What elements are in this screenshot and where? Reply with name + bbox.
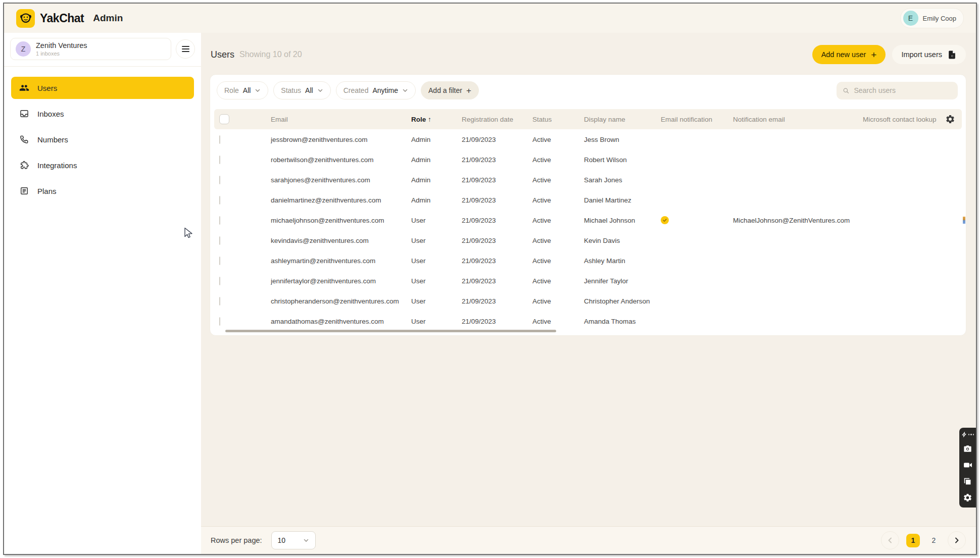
sidebar-item-inboxes[interactable]: Inboxes	[11, 103, 194, 125]
settings-gear-icon[interactable]	[963, 493, 972, 502]
inbox-icon	[19, 109, 29, 119]
row-checkbox[interactable]	[219, 257, 220, 265]
cell-status: Active	[532, 318, 584, 325]
puzzle-icon	[19, 160, 29, 170]
cell-display-name: Christopher Anderson	[584, 297, 661, 305]
column-header-display-name[interactable]: Display name	[584, 116, 661, 123]
page-title: Users	[211, 49, 234, 60]
table-row[interactable]: sarahjones@zenithventures.com Admin 21/0…	[210, 170, 966, 190]
column-header-email[interactable]: Email	[271, 116, 411, 123]
row-checkbox[interactable]	[219, 176, 220, 184]
row-checkbox[interactable]	[219, 297, 220, 306]
row-checkbox[interactable]	[219, 216, 220, 225]
filter-status[interactable]: Status All	[273, 81, 330, 99]
column-settings-gear-icon[interactable]	[945, 114, 955, 124]
table-row[interactable]: jennifertaylor@zenithventures.com User 2…	[210, 271, 966, 291]
cell-registration-date: 21/09/2023	[462, 237, 532, 244]
sidebar-item-label: Plans	[37, 187, 57, 195]
cell-role: Admin	[411, 156, 462, 164]
column-header-microsoft-contact-lookup[interactable]: Microsoft contact lookup	[863, 116, 945, 123]
row-checkbox[interactable]	[219, 236, 220, 245]
sidebar-item-label: Numbers	[37, 135, 68, 144]
next-page-button[interactable]	[948, 531, 966, 549]
filter-value: All	[243, 86, 251, 94]
sidebar-item-label: Integrations	[37, 161, 77, 170]
sidebar-item-plans[interactable]: Plans	[11, 180, 194, 202]
sidebar-item-integrations[interactable]: Integrations	[11, 154, 194, 176]
search-box	[837, 82, 958, 99]
record-video-icon[interactable]	[963, 460, 973, 470]
cell-registration-date: 21/09/2023	[462, 136, 532, 143]
phone-icon	[19, 134, 29, 144]
user-menu[interactable]: E Emily Coop	[900, 8, 964, 28]
column-header-status[interactable]: Status	[532, 116, 584, 123]
add-new-user-button[interactable]: Add new user +	[812, 45, 886, 64]
row-checkbox[interactable]	[219, 196, 220, 205]
pagination-bar: Rows per page: 10 1 2	[201, 526, 976, 554]
chevron-right-icon	[953, 537, 960, 544]
add-filter-button[interactable]: Add a filter +	[421, 81, 479, 99]
filter-label: Role	[224, 86, 239, 94]
search-input[interactable]	[854, 86, 952, 94]
chevron-down-icon	[255, 87, 261, 93]
cell-display-name: Sarah Jones	[584, 176, 661, 184]
cell-display-name: Jess Brown	[584, 136, 661, 143]
sidebar-item-numbers[interactable]: Numbers	[11, 128, 194, 150]
screenshot-camera-icon[interactable]	[963, 444, 972, 453]
row-checkbox[interactable]	[219, 277, 220, 285]
column-header-email-notification[interactable]: Email notification	[661, 116, 733, 123]
menu-toggle-button[interactable]	[176, 39, 195, 59]
sort-asc-icon: ↑	[428, 116, 431, 123]
table-row[interactable]: jessbrown@zenithventures.com Admin 21/09…	[210, 129, 966, 149]
copy-pages-icon[interactable]	[963, 477, 972, 486]
row-checkbox[interactable]	[219, 135, 220, 144]
cell-status: Active	[532, 257, 584, 265]
column-header-role[interactable]: Role ↑	[411, 116, 462, 123]
cell-email: jennifertaylor@zenithventures.com	[271, 277, 411, 285]
table-row[interactable]: amandathomas@zenithventures.com User 21/…	[210, 311, 966, 331]
table-row[interactable]: michaeljohnson@zenithventures.com User 2…	[210, 210, 966, 230]
sidebar-item-label: Inboxes	[37, 110, 64, 118]
page-1-button[interactable]: 1	[906, 534, 920, 547]
cell-role: User	[411, 297, 462, 305]
cell-registration-date: 21/09/2023	[462, 277, 532, 285]
rows-per-page-select[interactable]: 10	[271, 531, 316, 549]
previous-page-button[interactable]	[881, 531, 899, 549]
content-spacer	[201, 336, 976, 526]
search-icon	[843, 87, 849, 94]
horizontal-scrollbar[interactable]	[225, 330, 556, 332]
cell-registration-date: 21/09/2023	[462, 217, 532, 224]
table-row[interactable]: christopheranderson@zenithventures.com U…	[210, 291, 966, 311]
table-row[interactable]: kevindavis@zenithventures.com User 21/09…	[210, 230, 966, 250]
filter-value: All	[305, 86, 313, 94]
cell-email: danielmartinez@zenithventures.com	[271, 196, 411, 204]
select-all-checkbox[interactable]	[219, 114, 229, 124]
app-window: YakChat Admin E Emily Coop Z Zenith Vent…	[3, 3, 977, 555]
user-avatar: E	[903, 11, 918, 26]
cell-registration-date: 21/09/2023	[462, 176, 532, 184]
row-checkbox[interactable]	[219, 317, 220, 326]
add-new-user-label: Add new user	[821, 50, 866, 59]
column-header-notification-email[interactable]: Notification email	[733, 116, 863, 123]
filter-role[interactable]: Role All	[217, 81, 268, 99]
sidebar-item-users[interactable]: Users	[11, 77, 194, 99]
column-header-registration-date[interactable]: Registration date	[462, 116, 532, 123]
page-header: Users Showing 10 of 20 Add new user + Im…	[201, 33, 976, 64]
table-row[interactable]: danielmartinez@zenithventures.com Admin …	[210, 190, 966, 210]
org-switcher[interactable]: Z Zenith Ventures 1 inboxes	[10, 38, 171, 60]
cell-registration-date: 21/09/2023	[462, 156, 532, 164]
cell-display-name: Amanda Thomas	[584, 318, 661, 325]
table-body: jessbrown@zenithventures.com Admin 21/09…	[210, 129, 966, 331]
table-row[interactable]: robertwilson@zenithventures.com Admin 21…	[210, 149, 966, 170]
row-checkbox[interactable]	[219, 156, 220, 164]
import-users-button[interactable]: Import users	[892, 45, 966, 64]
cell-role: User	[411, 217, 462, 224]
chevron-left-icon	[887, 537, 894, 544]
cell-registration-date: 21/09/2023	[462, 297, 532, 305]
table-row[interactable]: ashleymartin@zenithventures.com User 21/…	[210, 250, 966, 271]
page-2-button[interactable]: 2	[927, 534, 941, 547]
chevron-down-icon	[317, 87, 323, 93]
org-avatar: Z	[16, 41, 31, 57]
cell-status: Active	[532, 136, 584, 143]
filter-created[interactable]: Created Anytime	[336, 81, 416, 99]
